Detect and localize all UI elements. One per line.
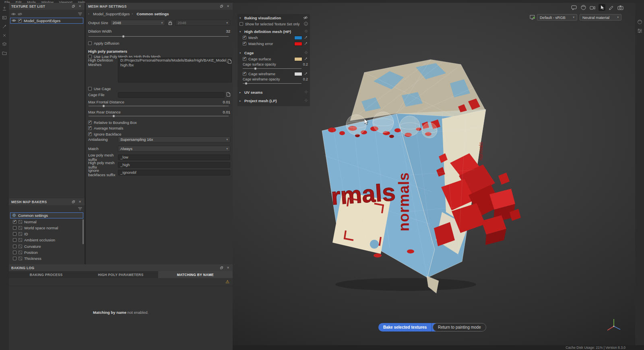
shelf-icon[interactable]	[2, 50, 7, 56]
cage-wireframe-opacity-slider[interactable]	[243, 82, 301, 85]
menu-mode[interactable]: Mode	[24, 0, 38, 3]
gear-icon[interactable]	[304, 90, 308, 95]
selection-tool-icon[interactable]	[599, 4, 605, 11]
uv-seams-section-header[interactable]: ▸ UV seams	[239, 89, 308, 95]
high-suffix-input[interactable]	[118, 162, 230, 168]
brush-icon[interactable]	[2, 24, 7, 29]
project-mesh-section-header[interactable]: ▸ Project mesh (LP)	[239, 98, 308, 104]
baker-checkbox[interactable]	[13, 251, 17, 254]
use-cage-checkbox[interactable]	[88, 87, 92, 91]
slider-handle[interactable]	[112, 115, 115, 117]
baker-row-world-space-normal[interactable]: World space normal	[13, 225, 82, 231]
layers-icon[interactable]	[2, 41, 7, 47]
close-panel-icon[interactable]: ✕	[78, 4, 82, 8]
video-camera-icon[interactable]	[589, 4, 596, 11]
display-settings-icon[interactable]	[530, 14, 535, 22]
relative-bounding-box-row[interactable]: Relative to Bounding Box	[88, 119, 230, 126]
average-normals-checkbox[interactable]	[88, 126, 92, 130]
file-browse-icon[interactable]	[228, 58, 231, 65]
return-to-painting-button[interactable]: Return to painting mode	[433, 323, 486, 331]
matching-error-checkbox[interactable]	[243, 42, 246, 45]
color-profile-dropdown[interactable]: Default - sRGB▾	[537, 14, 577, 21]
menu-edit[interactable]: Edit	[13, 0, 25, 3]
visibility-all-icon[interactable]	[11, 12, 16, 16]
eyedropper-icon[interactable]	[304, 72, 308, 76]
close-panel-icon[interactable]: ✕	[226, 4, 230, 8]
gear-icon[interactable]	[304, 51, 308, 55]
max-rear-slider[interactable]	[89, 114, 229, 118]
matching-error-row[interactable]: Matching error	[239, 41, 308, 47]
float-panel-icon[interactable]	[71, 200, 76, 204]
show-selected-checkbox[interactable]	[239, 22, 243, 26]
max-frontal-value[interactable]: 0.01	[223, 100, 231, 104]
dilation-width-slider[interactable]	[89, 35, 229, 38]
slider-handle[interactable]	[254, 67, 257, 70]
cage-file-input[interactable]	[118, 92, 225, 98]
baker-checkbox[interactable]	[13, 220, 17, 224]
max-frontal-slider[interactable]	[89, 104, 229, 108]
cage-section-header[interactable]: ▾ Cage	[239, 50, 308, 56]
export-icon[interactable]	[2, 6, 7, 12]
filter-icon[interactable]	[78, 12, 82, 16]
float-panel-icon[interactable]	[71, 4, 76, 8]
mesh-checkbox[interactable]	[243, 36, 246, 39]
scrollbar[interactable]	[83, 219, 84, 244]
baker-checkbox[interactable]	[13, 226, 17, 230]
apply-diffusion-checkbox[interactable]	[88, 41, 92, 45]
breadcrumb-texture-set[interactable]: Model_SupportEdges	[93, 12, 130, 16]
cage-wireframe-color-swatch[interactable]	[294, 72, 302, 76]
low-suffix-input[interactable]	[118, 154, 230, 160]
apply-diffusion-row[interactable]: Apply Diffusion	[88, 40, 230, 46]
cage-wireframe-row[interactable]: Cage wireframe	[239, 71, 308, 77]
eraser-icon[interactable]	[2, 33, 7, 38]
viewport-3d[interactable]: rmals normals normals	[233, 3, 635, 345]
gear-icon[interactable]	[304, 29, 308, 34]
dilation-width-value[interactable]: 32	[226, 29, 230, 33]
baker-checkbox[interactable]	[13, 232, 17, 236]
filter-icon[interactable]	[78, 207, 82, 211]
relative-bounding-box-checkbox[interactable]	[88, 121, 92, 124]
baker-row-position[interactable]: Position	[13, 249, 82, 255]
hp-mesh-section-header[interactable]: ▾ High definition mesh (HP)	[239, 29, 308, 35]
slider-handle[interactable]	[102, 105, 105, 107]
output-size-dropdown[interactable]: 2048▾	[110, 20, 165, 26]
baker-row-id[interactable]: ID	[13, 231, 82, 237]
snapshot-camera-icon[interactable]	[617, 4, 624, 11]
cage-surface-color-swatch[interactable]	[294, 57, 302, 61]
baker-checkbox[interactable]	[13, 257, 17, 260]
texture-set-checkbox[interactable]	[18, 19, 22, 23]
baker-row-curvature[interactable]: Curvature	[13, 243, 82, 249]
cage-wireframe-opacity-value[interactable]: 0.2	[303, 77, 308, 81]
cage-surface-row[interactable]: Cage surface	[239, 56, 308, 62]
menu-help[interactable]: Help	[75, 0, 88, 3]
close-panel-icon[interactable]: ✕	[78, 200, 82, 204]
lock-ratio-button[interactable]	[167, 20, 173, 26]
baker-row-ambient-occlusion[interactable]: Ambient occlusion	[13, 237, 82, 243]
texture-set-item[interactable]: Model_SupportEdges	[10, 18, 83, 24]
pencil-icon[interactable]	[608, 4, 615, 11]
max-rear-value[interactable]: 0.01	[223, 110, 231, 114]
mesh-color-swatch[interactable]	[294, 36, 302, 40]
match-dropdown[interactable]: Always▾	[118, 146, 230, 152]
bake-selected-textures-button[interactable]: Bake selected textures	[378, 323, 431, 331]
image-view-icon[interactable]	[2, 15, 7, 21]
environment-sphere-icon[interactable]	[580, 4, 587, 11]
menu-viewport[interactable]: Viewport	[56, 0, 75, 3]
ignore-suffix-input[interactable]	[118, 170, 230, 175]
cage-surface-opacity-slider[interactable]	[243, 67, 301, 70]
float-panel-icon[interactable]	[219, 4, 224, 8]
baker-row-normal[interactable]: Normal	[13, 219, 82, 225]
comment-icon[interactable]	[571, 4, 578, 11]
gear-icon[interactable]	[304, 99, 308, 103]
eye-icon[interactable]	[12, 19, 16, 23]
menu-window[interactable]: Window	[39, 0, 56, 3]
float-panel-icon[interactable]	[219, 266, 224, 270]
cage-surface-opacity-value[interactable]: 0.2	[303, 62, 308, 66]
use-cage-row[interactable]: Use Cage	[88, 86, 230, 92]
average-normals-row[interactable]: Average Normals	[88, 125, 230, 131]
ignore-backface-checkbox[interactable]	[88, 132, 92, 136]
baker-checkbox[interactable]	[13, 238, 17, 242]
slider-handle[interactable]	[245, 82, 248, 85]
tab-baking-process[interactable]: BAKING PROCESS	[9, 271, 83, 278]
eyedropper-icon[interactable]	[304, 41, 308, 46]
